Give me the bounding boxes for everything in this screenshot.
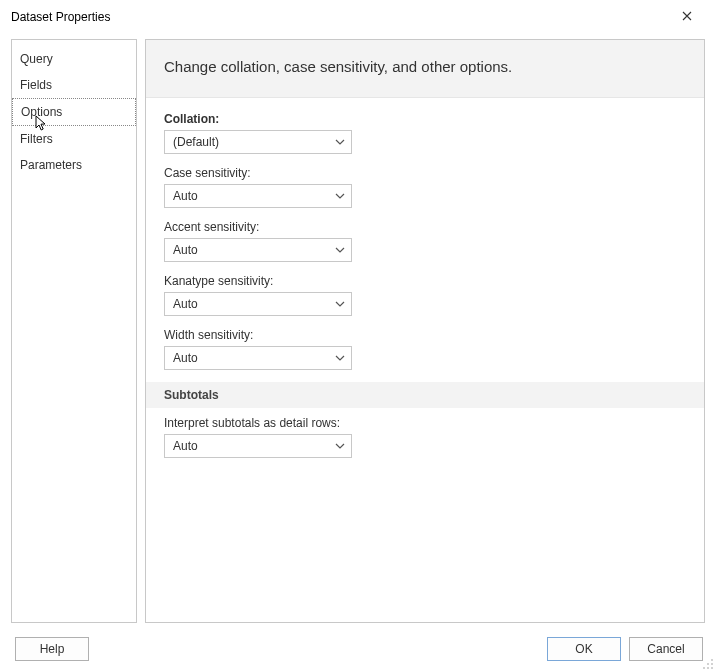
kanatype-sensitivity-select[interactable]: Auto <box>164 292 352 316</box>
svg-point-2 <box>711 663 713 665</box>
chevron-down-icon <box>335 247 345 253</box>
interpret-subtotals-label: Interpret subtotals as detail rows: <box>164 416 686 430</box>
kanatype-sensitivity-label: Kanatype sensitivity: <box>164 274 686 288</box>
sidebar-item-label: Filters <box>20 132 53 146</box>
chevron-down-icon <box>335 355 345 361</box>
svg-point-1 <box>707 663 709 665</box>
sidebar-item-label: Query <box>20 52 53 66</box>
button-row: Help OK Cancel <box>1 627 715 671</box>
help-button[interactable]: Help <box>15 637 89 661</box>
accent-sensitivity-select[interactable]: Auto <box>164 238 352 262</box>
sidebar: Query Fields Options Filters Parameters <box>11 39 137 623</box>
button-label: OK <box>575 642 592 656</box>
sidebar-item-options[interactable]: Options <box>12 98 136 126</box>
button-label: Help <box>40 642 65 656</box>
chevron-down-icon <box>335 443 345 449</box>
chevron-down-icon <box>335 301 345 307</box>
case-sensitivity-select[interactable]: Auto <box>164 184 352 208</box>
resize-grip-icon[interactable] <box>702 658 714 670</box>
select-value: Auto <box>173 243 335 257</box>
sidebar-item-fields[interactable]: Fields <box>12 72 136 98</box>
titlebar: Dataset Properties <box>1 1 715 33</box>
button-label: Cancel <box>647 642 684 656</box>
dialog-body: Query Fields Options Filters Parameters <box>1 33 715 627</box>
main-panel: Change collation, case sensitivity, and … <box>145 39 705 623</box>
collation-label: Collation: <box>164 112 686 126</box>
ok-button[interactable]: OK <box>547 637 621 661</box>
options-content: Collation: (Default) Case sensitivity: A… <box>146 98 704 622</box>
cancel-button[interactable]: Cancel <box>629 637 703 661</box>
select-value: Auto <box>173 297 335 311</box>
svg-point-3 <box>703 667 705 669</box>
close-button[interactable] <box>667 3 707 31</box>
sidebar-item-label: Fields <box>20 78 52 92</box>
svg-point-4 <box>707 667 709 669</box>
close-icon <box>682 10 692 24</box>
width-sensitivity-label: Width sensitivity: <box>164 328 686 342</box>
svg-point-0 <box>711 659 713 661</box>
collation-select[interactable]: (Default) <box>164 130 352 154</box>
chevron-down-icon <box>335 193 345 199</box>
accent-sensitivity-label: Accent sensitivity: <box>164 220 686 234</box>
sidebar-item-parameters[interactable]: Parameters <box>12 152 136 178</box>
window-title: Dataset Properties <box>11 10 110 24</box>
dialog-window: Dataset Properties Query Fields Options <box>0 0 716 672</box>
sidebar-item-label: Options <box>21 105 62 119</box>
sidebar-item-filters[interactable]: Filters <box>12 126 136 152</box>
select-value: Auto <box>173 439 335 453</box>
case-sensitivity-label: Case sensitivity: <box>164 166 686 180</box>
select-value: Auto <box>173 189 335 203</box>
sidebar-item-label: Parameters <box>20 158 82 172</box>
page-title: Change collation, case sensitivity, and … <box>146 40 704 98</box>
select-value: (Default) <box>173 135 335 149</box>
subtotals-section-header: Subtotals <box>146 382 704 408</box>
chevron-down-icon <box>335 139 345 145</box>
width-sensitivity-select[interactable]: Auto <box>164 346 352 370</box>
sidebar-item-query[interactable]: Query <box>12 46 136 72</box>
svg-point-5 <box>711 667 713 669</box>
select-value: Auto <box>173 351 335 365</box>
interpret-subtotals-select[interactable]: Auto <box>164 434 352 458</box>
